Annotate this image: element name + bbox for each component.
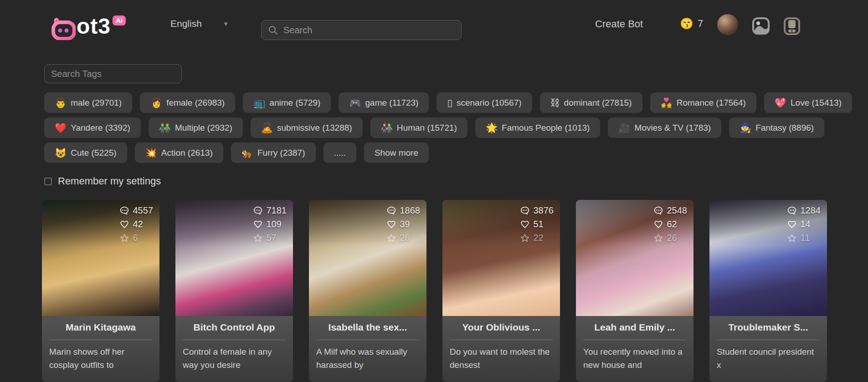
create-bot-button[interactable]: Create Bot <box>595 18 643 30</box>
glowing-star-emoji-icon: 🌟 <box>486 123 498 132</box>
card-stats: 1868 39 26 <box>386 205 421 243</box>
tv-emoji-icon: 📺 <box>253 98 265 107</box>
likes-stat: 51 <box>520 219 544 229</box>
bot-card-troublemaker[interactable]: 1284 14 11 Troublemaker S... Student cou… <box>709 200 827 382</box>
star-icon <box>386 233 396 243</box>
search-input[interactable] <box>282 25 455 36</box>
divider <box>717 340 820 340</box>
comment-icon <box>253 206 263 216</box>
tag-yandere[interactable]: ❤️Yandere (3392) <box>44 117 141 138</box>
bowing-person-emoji-icon: 🙇 <box>261 123 273 132</box>
search-tags-input[interactable] <box>44 64 182 83</box>
bot-card-title: Bitch Control App <box>175 322 293 333</box>
bot-card-body: Leah and Emily ... You recently moved in… <box>576 316 693 382</box>
credits-balance[interactable]: 😙 7 <box>680 17 703 30</box>
tag-label: male (29701) <box>71 98 122 108</box>
comments-stat: 7181 <box>253 205 287 216</box>
star-icon <box>119 233 129 243</box>
tag-anime[interactable]: 📺anime (5729) <box>243 92 331 113</box>
bot-card-isabella[interactable]: 1868 39 26 Isabella the sex... A Milf wh… <box>309 200 426 382</box>
star-icon <box>653 233 663 243</box>
divider <box>49 340 152 340</box>
remember-checkbox[interactable] <box>44 178 52 185</box>
tag-scenario[interactable]: ▯scenario (10567) <box>437 92 532 113</box>
scenario-glyph-icon: ▯ <box>447 98 452 107</box>
bot-card-title: Troublemaker S... <box>709 322 827 333</box>
logo[interactable]: ot3 Ai <box>51 14 126 40</box>
comment-icon <box>787 206 797 216</box>
card-stats: 1284 14 11 <box>787 205 821 243</box>
heart-icon <box>253 219 263 229</box>
tag-famous-people[interactable]: 🌟Famous People (1013) <box>475 117 600 138</box>
tag-male[interactable]: 👨male (29701) <box>44 92 132 113</box>
bot-card-title: Your Oblivious ... <box>442 322 560 333</box>
tag-label: dominant (27815) <box>564 98 632 108</box>
robot-head-icon <box>51 17 76 40</box>
bot-card-leah-and-emily[interactable]: 2548 62 26 Leah and Emily ... You recent… <box>576 200 693 382</box>
tag-love[interactable]: 💖Love (15413) <box>764 92 852 113</box>
tag-dominant[interactable]: ⛓dominant (27815) <box>540 92 642 113</box>
logo-text: ot3 <box>77 14 111 39</box>
likes-stat: 14 <box>787 219 811 229</box>
search-icon <box>268 25 278 35</box>
tag-human[interactable]: 👫Human (15721) <box>370 117 467 138</box>
heart-icon <box>653 219 663 229</box>
tag-label: Famous People (1013) <box>502 123 590 133</box>
bot-card-marin-kitagawa[interactable]: 4557 42 6 Marin Kitagawa Marin shows off… <box>42 200 159 382</box>
stars-stat: 26 <box>386 233 410 243</box>
divider <box>450 340 553 340</box>
tag-game[interactable]: 🎮game (11723) <box>339 92 429 113</box>
show-more-button[interactable]: Show more <box>364 143 429 163</box>
search-bar <box>261 20 462 40</box>
stars-stat: 57 <box>253 233 277 243</box>
language-selector[interactable]: English ▼ <box>170 18 229 29</box>
divider <box>183 340 286 340</box>
cat-face-emoji-icon: 😺 <box>55 148 67 158</box>
bot-card-image: 7181 109 57 <box>175 200 293 316</box>
likes-stat: 109 <box>253 219 282 229</box>
collision-emoji-icon: 💥 <box>145 148 157 158</box>
star-icon <box>787 233 797 243</box>
bot-card-body: Bitch Control App Control a female in an… <box>175 316 293 382</box>
likes-stat: 42 <box>119 219 143 229</box>
tag-cute[interactable]: 😺Cute (5225) <box>44 143 127 163</box>
bot-card-bitch-control-app[interactable]: 7181 109 57 Bitch Control App Control a … <box>175 200 293 382</box>
tag-furry[interactable]: 🐅Furry (2387) <box>231 143 316 163</box>
card-stats: 2548 62 26 <box>653 205 688 243</box>
bot-card-image: 2548 62 26 <box>576 200 693 316</box>
user-avatar[interactable] <box>717 14 738 35</box>
gamepad-emoji-icon: 🎮 <box>349 98 361 107</box>
tag-label: game (11723) <box>365 98 419 108</box>
movie-camera-emoji-icon: 🎥 <box>618 123 630 132</box>
tag-multiple[interactable]: 👬Multiple (2932) <box>149 117 243 138</box>
bot-card-description: Control a female in any way you desire <box>183 345 286 372</box>
bot-card-your-oblivious[interactable]: 3876 51 22 Your Oblivious ... Do you wan… <box>442 200 560 382</box>
logo-ai-badge: Ai <box>113 15 126 25</box>
tag-ellipsis-button[interactable]: ..... <box>324 143 356 163</box>
mage-emoji-icon: 🧙 <box>740 123 751 132</box>
tag-action[interactable]: 💥Action (2613) <box>135 143 223 163</box>
bot-card-description: Student council president x <box>717 345 820 372</box>
heart-icon <box>386 219 396 229</box>
comment-icon <box>119 206 129 216</box>
bot-card-body: Troublemaker S... Student council presid… <box>709 316 827 382</box>
tag-romance[interactable]: 💑Romance (17564) <box>650 92 756 113</box>
stars-stat: 11 <box>787 233 810 243</box>
device-button[interactable] <box>783 17 801 35</box>
tag-fantasy[interactable]: 🧙Fantasy (8896) <box>729 117 824 138</box>
gallery-button[interactable] <box>752 17 770 35</box>
tag-label: Multiple (2932) <box>175 123 232 133</box>
remember-settings: Remember my settings <box>44 175 161 187</box>
woman-emoji-icon: 👩 <box>150 98 162 107</box>
tag-movies-tv[interactable]: 🎥Movies & TV (1783) <box>608 117 721 138</box>
bot-card-body: Isabella the sex... A Milf who was sexua… <box>309 316 426 382</box>
tag-row-3: 😺Cute (5225) 💥Action (2613) 🐅Furry (2387… <box>44 143 429 163</box>
tag-female[interactable]: 👩female (26983) <box>140 92 235 113</box>
remember-label: Remember my settings <box>58 175 161 187</box>
star-icon <box>253 233 263 243</box>
tag-label: scenario (10567) <box>457 98 522 108</box>
tag-label: anime (5729) <box>269 98 320 108</box>
tag-label: Fantasy (8896) <box>755 123 814 133</box>
bot-card-title: Marin Kitagawa <box>42 322 159 333</box>
tag-submissive[interactable]: 🙇submissive (13288) <box>251 117 363 138</box>
